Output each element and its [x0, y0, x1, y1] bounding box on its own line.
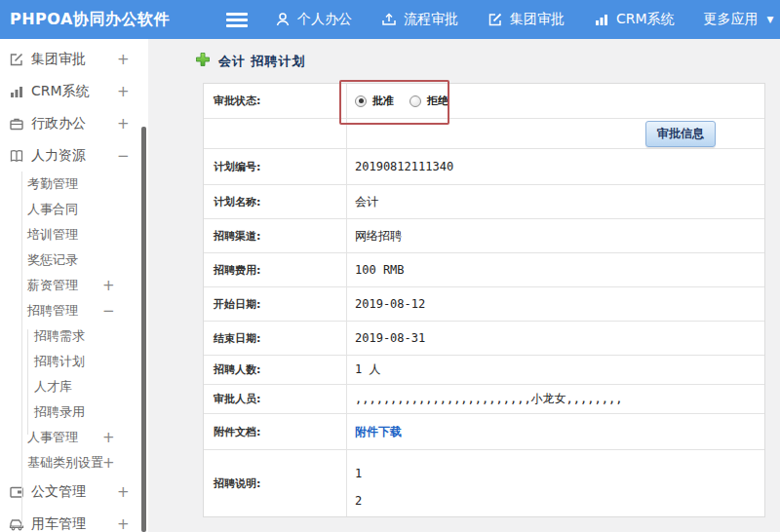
expand-toggle: +: [117, 51, 130, 68]
nav-more-apps[interactable]: 更多应用 ▼: [704, 11, 774, 28]
sidebar-item-label: 招聘计划: [34, 353, 85, 370]
expand-toggle: +: [117, 115, 130, 133]
sidebar-item-label: 集团审批: [31, 51, 86, 68]
expand-toggle: +: [102, 277, 115, 294]
form-row-headcount: 招聘人数: 1 人: [204, 356, 764, 385]
sidebar-item-label: 人事合同: [27, 201, 78, 218]
field-value: 网络招聘: [347, 219, 764, 252]
expand-toggle: +: [102, 429, 115, 446]
expand-toggle: +: [117, 515, 130, 532]
field-value: 2019-08-31: [347, 322, 764, 355]
sidebar-item-label: 培训管理: [27, 226, 78, 244]
radio-approve[interactable]: 批准: [355, 94, 394, 108]
form-row-status: 审批状态: 批准 拒绝: [204, 84, 764, 119]
field-value: 100 RMB: [347, 253, 764, 286]
field-label: 审批状态:: [204, 84, 347, 118]
expand-toggle: +: [117, 83, 130, 100]
field-label: 审批人员:: [204, 385, 347, 413]
sidebar-item-label: 奖惩记录: [27, 251, 78, 269]
form-row-start-date: 开始日期: 2019-08-12: [204, 287, 764, 322]
flow-icon: [381, 12, 397, 27]
sidebar-item-label: 招聘录用: [34, 403, 85, 421]
form-row-plan-number: 计划编号: 20190812111340: [204, 149, 764, 185]
collapse-toggle: −: [102, 302, 115, 320]
sidebar-item-label: 考勤管理: [27, 175, 78, 193]
form-row-channel: 招聘渠道: 网络招聘: [204, 219, 764, 253]
field-value: 2019-08-12: [347, 287, 764, 321]
sidebar-item-hr[interactable]: 人力资源 −: [0, 139, 148, 171]
briefcase-icon: [8, 115, 24, 132]
radio-label: 拒绝: [427, 94, 448, 108]
nav-group-approval[interactable]: 集团审批: [488, 11, 565, 28]
nav-personal-office[interactable]: 个人办公: [275, 11, 352, 28]
form-row-plan-name: 计划名称: 会计: [204, 185, 764, 219]
plus-icon: [195, 52, 211, 71]
edit-icon: [8, 51, 24, 67]
expand-toggle: +: [102, 454, 115, 472]
recruit-plan-form: 审批状态: 批准 拒绝 审批信息: [203, 83, 765, 517]
field-value: 1 人: [347, 356, 764, 384]
tree-line: [21, 171, 22, 526]
field-value: ,,,,,,,,,,,,,,,,,,,,,,,,,小龙女,,,,,,,,: [347, 385, 764, 413]
hamburger-icon[interactable]: [226, 13, 248, 27]
field-label: 附件文档:: [204, 414, 347, 449]
sidebar-item-label: CRM系统: [31, 83, 90, 100]
field-value: 1 2: [347, 450, 764, 516]
field-value: 批准 拒绝: [347, 84, 764, 118]
sidebar-item-label: 招聘需求: [34, 327, 85, 345]
form-row-cost: 招聘费用: 100 RMB: [204, 253, 764, 287]
person-icon: [275, 12, 291, 27]
sidebar-item-admin-office[interactable]: 行政办公 +: [0, 107, 148, 139]
nav-label: 个人办公: [297, 11, 352, 28]
chart-icon: [594, 12, 609, 27]
radio-label: 批准: [372, 94, 394, 108]
sidebar-item-label: 行政办公: [31, 115, 86, 133]
main-content: 会计 招聘计划 审批状态: 批准 拒绝: [148, 39, 780, 532]
topbar: PHPOA协同办公软件 个人办公 流程审批 集团审批 CRM系统: [0, 0, 780, 39]
field-value: 20190812111340: [347, 149, 764, 184]
nav-label: 流程审批: [404, 11, 458, 28]
field-label: 招聘人数:: [204, 356, 347, 384]
sidebar-item-label: 人才库: [34, 378, 72, 396]
radio-selected-icon[interactable]: [355, 95, 367, 107]
top-navigation: 个人办公 流程审批 集团审批 CRM系统 更多应用 ▼: [275, 11, 774, 28]
status-radio-group: 批准 拒绝: [355, 94, 448, 108]
nav-label: 更多应用: [704, 11, 759, 28]
nav-workflow-approval[interactable]: 流程审批: [381, 11, 458, 28]
field-label: 招聘费用:: [204, 253, 347, 286]
edit-icon: [488, 12, 503, 27]
sidebar-item-label: 人事管理: [27, 429, 78, 446]
sidebar-item-crm[interactable]: CRM系统 +: [0, 75, 148, 107]
field-label-empty: [204, 119, 347, 148]
sidebar-item-label: 基础类别设置: [27, 454, 103, 472]
sidebar-item-label: 公文管理: [31, 483, 86, 501]
nav-crm-system[interactable]: CRM系统: [594, 11, 675, 28]
button-cell: 审批信息: [347, 119, 764, 148]
radio-unselected-icon[interactable]: [410, 95, 421, 107]
form-row-description: 招聘说明: 1 2: [204, 450, 764, 516]
sidebar-scrollbar[interactable]: [141, 127, 146, 532]
form-row-button: 审批信息: [204, 119, 764, 149]
form-row-attachment: 附件文档: 附件下载: [204, 414, 764, 450]
nav-label: CRM系统: [616, 11, 675, 28]
form-row-approvers: 审批人员: ,,,,,,,,,,,,,,,,,,,,,,,,,小龙女,,,,,,…: [204, 385, 764, 414]
attachment-download-link[interactable]: 附件下载: [355, 424, 402, 440]
sidebar-item-label: 人力资源: [31, 147, 86, 165]
field-label: 结束日期:: [204, 322, 347, 355]
page-title: 会计 招聘计划: [195, 52, 306, 71]
field-label: 招聘说明:: [204, 450, 347, 516]
approval-info-button[interactable]: 审批信息: [645, 121, 716, 147]
field-label: 招聘渠道:: [204, 219, 347, 252]
chart-icon: [8, 83, 24, 99]
field-label: 计划编号:: [204, 149, 347, 184]
sidebar: 集团审批 + CRM系统 + 行政办公 + 人力资源 − 考勤管理 人事合同 培…: [0, 39, 148, 532]
field-label: 计划名称:: [204, 185, 347, 218]
tree-line: [27, 329, 28, 435]
sidebar-item-group-approval[interactable]: 集团审批 +: [0, 43, 148, 75]
form-row-end-date: 结束日期: 2019-08-31: [204, 322, 764, 356]
book-icon: [8, 147, 24, 164]
caret-down-icon: ▼: [767, 15, 774, 24]
app-brand: PHPOA协同办公软件: [10, 10, 170, 30]
radio-reject[interactable]: 拒绝: [410, 94, 448, 108]
collapse-toggle: −: [117, 147, 130, 165]
